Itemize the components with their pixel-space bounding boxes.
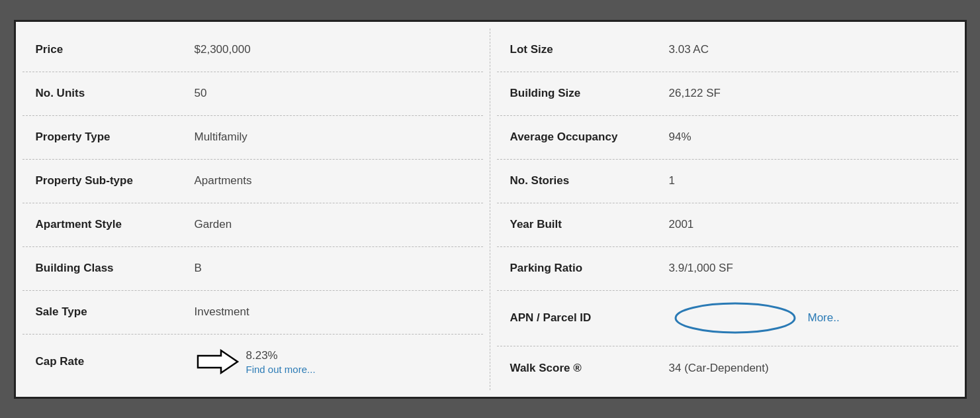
cap-rate-value-container: 8.23% Find out more...: [195, 344, 316, 380]
right-column: Lot Size 3.03 AC Building Size 26,122 SF…: [490, 28, 965, 390]
lot-size-value: 3.03 AC: [669, 43, 945, 56]
cap-rate-value: 8.23%: [246, 349, 278, 362]
apartment-style-row: Apartment Style Garden: [22, 203, 483, 247]
apn-circle-container: More..: [669, 300, 945, 337]
price-row: Price $2,300,000: [22, 28, 483, 72]
building-size-value: 26,122 SF: [669, 87, 945, 100]
sale-type-value: Investment: [195, 305, 470, 319]
cap-rate-label: Cap Rate: [36, 355, 195, 368]
sale-type-row: Sale Type Investment: [22, 291, 483, 335]
apn-row: APN / Parcel ID More..: [497, 291, 958, 346]
svg-point-1: [676, 303, 795, 333]
apn-label: APN / Parcel ID: [510, 311, 669, 325]
units-row: No. Units 50: [22, 72, 483, 116]
year-built-row: Year Built 2001: [497, 203, 958, 247]
stories-value: 1: [669, 174, 945, 187]
price-label: Price: [36, 43, 195, 56]
lot-size-row: Lot Size 3.03 AC: [497, 28, 958, 72]
year-built-label: Year Built: [510, 218, 669, 231]
apartment-style-value: Garden: [195, 218, 470, 231]
building-size-label: Building Size: [510, 87, 669, 100]
parking-ratio-value: 3.9/1,000 SF: [669, 262, 945, 275]
building-size-row: Building Size 26,122 SF: [497, 72, 958, 116]
units-value: 50: [195, 87, 470, 100]
units-label: No. Units: [36, 87, 195, 100]
left-column: Price $2,300,000 No. Units 50 Property T…: [16, 28, 490, 390]
apn-circle-annotation: [669, 300, 801, 337]
stories-label: No. Stories: [510, 174, 669, 187]
building-class-value: B: [195, 262, 470, 275]
walk-score-value: 34 (Car-Dependent): [669, 362, 945, 375]
building-class-label: Building Class: [36, 262, 195, 275]
avg-occupancy-row: Average Occupancy 94%: [497, 116, 958, 160]
property-subtype-value: Apartments: [195, 174, 470, 187]
property-type-row: Property Type Multifamily: [22, 116, 483, 160]
find-out-more-link[interactable]: Find out more...: [246, 364, 316, 375]
cap-rate-text-block: 8.23% Find out more...: [246, 349, 316, 375]
parking-ratio-row: Parking Ratio 3.9/1,000 SF: [497, 247, 958, 291]
avg-occupancy-value: 94%: [669, 131, 945, 144]
arrow-annotation-icon: [195, 344, 241, 380]
property-grid: Price $2,300,000 No. Units 50 Property T…: [16, 28, 965, 390]
stories-row: No. Stories 1: [497, 160, 958, 203]
price-value: $2,300,000: [195, 43, 470, 56]
parking-ratio-label: Parking Ratio: [510, 262, 669, 275]
property-subtype-label: Property Sub-type: [36, 174, 195, 187]
cap-rate-row: Cap Rate 8.23% Find out more...: [22, 335, 483, 390]
property-type-label: Property Type: [36, 131, 195, 144]
walk-score-row: Walk Score ® 34 (Car-Dependent): [497, 346, 958, 390]
sale-type-label: Sale Type: [36, 305, 195, 319]
apn-more-link[interactable]: More..: [808, 311, 840, 325]
property-card: Price $2,300,000 No. Units 50 Property T…: [14, 20, 967, 399]
walk-score-label: Walk Score ®: [510, 362, 669, 375]
avg-occupancy-label: Average Occupancy: [510, 131, 669, 144]
lot-size-label: Lot Size: [510, 43, 669, 56]
svg-marker-0: [198, 350, 238, 373]
building-class-row: Building Class B: [22, 247, 483, 291]
property-subtype-row: Property Sub-type Apartments: [22, 160, 483, 203]
year-built-value: 2001: [669, 218, 945, 231]
apartment-style-label: Apartment Style: [36, 218, 195, 231]
property-type-value: Multifamily: [195, 131, 470, 144]
